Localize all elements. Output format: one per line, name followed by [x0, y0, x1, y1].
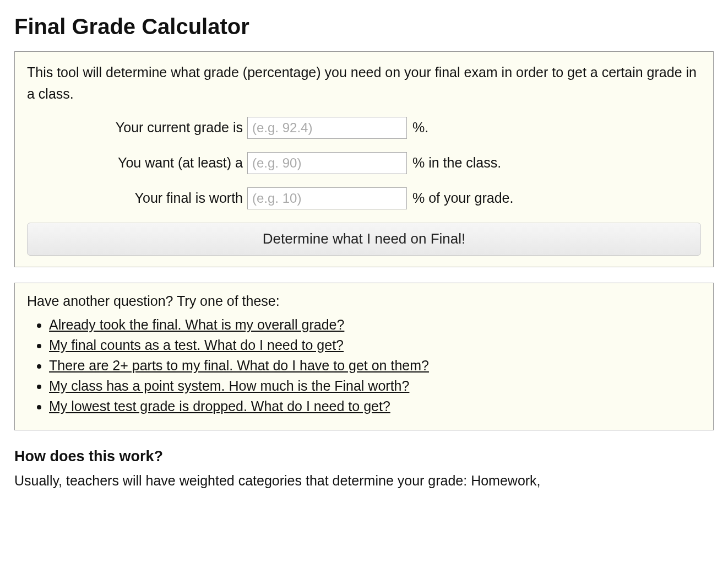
calculator-panel: This tool will determine what grade (per… — [14, 51, 714, 267]
how-it-works-text: Usually, teachers will have weighted cat… — [14, 471, 714, 492]
list-item: My final counts as a test. What do I nee… — [49, 337, 701, 353]
row-desired-grade: You want (at least) a % in the class. — [27, 152, 701, 174]
list-item: My class has a point system. How much is… — [49, 378, 701, 394]
link-point-system[interactable]: My class has a point system. How much is… — [49, 378, 409, 393]
list-item: There are 2+ parts to my final. What do … — [49, 358, 701, 374]
link-final-counts-as-test[interactable]: My final counts as a test. What do I nee… — [49, 337, 344, 353]
label-final-worth-right: % of your grade. — [407, 190, 513, 206]
link-lowest-dropped[interactable]: My lowest test grade is dropped. What do… — [49, 398, 390, 414]
input-final-worth[interactable] — [247, 187, 407, 209]
label-final-worth-left: Your final is worth — [27, 190, 247, 206]
input-current-grade[interactable] — [247, 117, 407, 139]
how-it-works-heading: How does this work? — [14, 448, 714, 465]
row-final-worth: Your final is worth % of your grade. — [27, 187, 701, 209]
label-desired-grade-right: % in the class. — [407, 155, 501, 171]
row-current-grade: Your current grade is %. — [27, 117, 701, 139]
link-already-took-final[interactable]: Already took the final. What is my overa… — [49, 317, 344, 332]
other-questions-list: Already took the final. What is my overa… — [27, 317, 701, 414]
label-current-grade-right: %. — [407, 120, 428, 136]
calculate-button[interactable]: Determine what I need on Final! — [27, 223, 701, 256]
label-current-grade-left: Your current grade is — [27, 120, 247, 136]
intro-text: This tool will determine what grade (per… — [27, 62, 701, 105]
list-item: My lowest test grade is dropped. What do… — [49, 398, 701, 414]
page-title: Final Grade Calculator — [14, 14, 714, 39]
input-desired-grade[interactable] — [247, 152, 407, 174]
other-questions-panel: Have another question? Try one of these:… — [14, 283, 714, 430]
label-desired-grade-left: You want (at least) a — [27, 155, 247, 171]
link-multi-part-final[interactable]: There are 2+ parts to my final. What do … — [49, 358, 429, 373]
list-item: Already took the final. What is my overa… — [49, 317, 701, 333]
other-questions-lead: Have another question? Try one of these: — [27, 293, 701, 309]
